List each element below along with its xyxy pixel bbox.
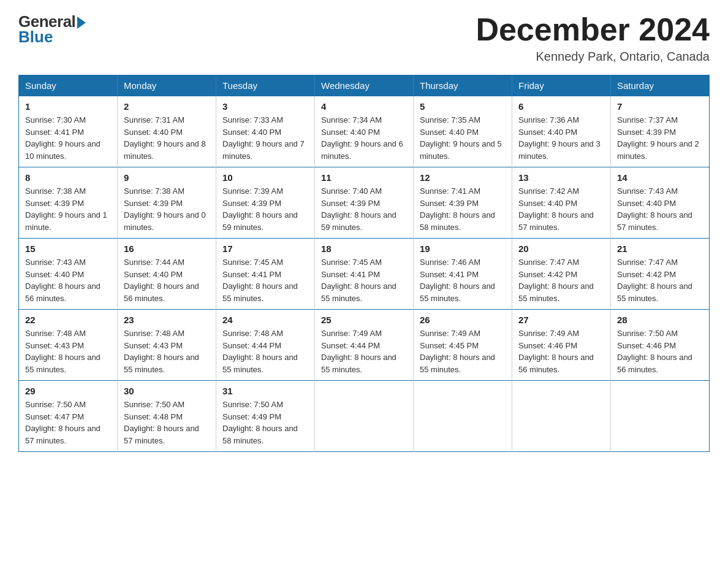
day-info: Sunrise: 7:34 AMSunset: 4:40 PMDaylight:… (321, 114, 407, 162)
calendar-cell: 29Sunrise: 7:50 AMSunset: 4:47 PMDayligh… (19, 381, 118, 452)
day-info: Sunrise: 7:50 AMSunset: 4:47 PMDaylight:… (25, 399, 111, 446)
calendar-cell: 21Sunrise: 7:47 AMSunset: 4:42 PMDayligh… (611, 239, 710, 310)
header-tuesday: Tuesday (216, 75, 315, 96)
calendar-cell: 23Sunrise: 7:48 AMSunset: 4:43 PMDayligh… (118, 310, 216, 381)
calendar-cell: 26Sunrise: 7:49 AMSunset: 4:45 PMDayligh… (414, 310, 512, 381)
calendar-header-row: SundayMondayTuesdayWednesdayThursdayFrid… (19, 75, 710, 96)
calendar-week-1: 1Sunrise: 7:30 AMSunset: 4:41 PMDaylight… (19, 96, 710, 167)
day-number: 7 (617, 101, 703, 112)
day-info: Sunrise: 7:33 AMSunset: 4:40 PMDaylight:… (222, 114, 308, 162)
day-info: Sunrise: 7:48 AMSunset: 4:43 PMDaylight:… (124, 327, 210, 375)
day-info: Sunrise: 7:45 AMSunset: 4:41 PMDaylight:… (222, 256, 308, 304)
day-number: 2 (124, 101, 210, 112)
calendar-cell: 22Sunrise: 7:48 AMSunset: 4:43 PMDayligh… (19, 310, 118, 381)
day-number: 28 (617, 315, 703, 325)
day-info: Sunrise: 7:37 AMSunset: 4:39 PMDaylight:… (617, 114, 703, 162)
day-info: Sunrise: 7:40 AMSunset: 4:39 PMDaylight:… (321, 185, 407, 233)
header-wednesday: Wednesday (315, 75, 414, 96)
day-number: 6 (518, 101, 604, 112)
calendar-cell: 25Sunrise: 7:49 AMSunset: 4:44 PMDayligh… (315, 310, 414, 381)
day-number: 8 (25, 172, 111, 183)
calendar-cell: 17Sunrise: 7:45 AMSunset: 4:41 PMDayligh… (216, 239, 315, 310)
location-text: Kennedy Park, Ontario, Canada (476, 50, 710, 64)
day-number: 27 (518, 315, 604, 325)
day-number: 10 (222, 172, 308, 183)
calendar-cell: 4Sunrise: 7:34 AMSunset: 4:40 PMDaylight… (315, 96, 414, 167)
day-info: Sunrise: 7:39 AMSunset: 4:39 PMDaylight:… (222, 185, 308, 233)
day-number: 30 (124, 386, 210, 396)
day-number: 14 (617, 172, 703, 183)
calendar-week-2: 8Sunrise: 7:38 AMSunset: 4:39 PMDaylight… (19, 167, 710, 239)
calendar-cell (611, 381, 710, 452)
calendar-cell: 30Sunrise: 7:50 AMSunset: 4:48 PMDayligh… (118, 381, 216, 452)
day-number: 12 (420, 172, 506, 183)
calendar-cell: 3Sunrise: 7:33 AMSunset: 4:40 PMDaylight… (216, 96, 315, 167)
day-info: Sunrise: 7:38 AMSunset: 4:39 PMDaylight:… (124, 185, 210, 233)
day-info: Sunrise: 7:36 AMSunset: 4:40 PMDaylight:… (518, 114, 604, 162)
logo: General Blue (18, 12, 86, 47)
day-number: 29 (25, 386, 111, 396)
day-info: Sunrise: 7:46 AMSunset: 4:41 PMDaylight:… (420, 256, 506, 304)
calendar-cell: 14Sunrise: 7:43 AMSunset: 4:40 PMDayligh… (611, 167, 710, 239)
calendar-cell: 20Sunrise: 7:47 AMSunset: 4:42 PMDayligh… (512, 239, 611, 310)
day-info: Sunrise: 7:43 AMSunset: 4:40 PMDaylight:… (617, 185, 703, 233)
day-number: 22 (25, 315, 111, 325)
calendar-table: SundayMondayTuesdayWednesdayThursdayFrid… (18, 75, 710, 452)
calendar-cell: 15Sunrise: 7:43 AMSunset: 4:40 PMDayligh… (19, 239, 118, 310)
logo-blue-text: Blue (18, 28, 53, 47)
calendar-cell: 9Sunrise: 7:38 AMSunset: 4:39 PMDaylight… (118, 167, 216, 239)
day-info: Sunrise: 7:43 AMSunset: 4:40 PMDaylight:… (25, 256, 111, 304)
calendar-cell: 5Sunrise: 7:35 AMSunset: 4:40 PMDaylight… (414, 96, 512, 167)
calendar-cell (315, 381, 414, 452)
logo-arrow-icon (77, 17, 86, 29)
day-number: 4 (321, 101, 407, 112)
day-info: Sunrise: 7:41 AMSunset: 4:39 PMDaylight:… (420, 185, 506, 233)
calendar-week-5: 29Sunrise: 7:50 AMSunset: 4:47 PMDayligh… (19, 381, 710, 452)
calendar-cell: 16Sunrise: 7:44 AMSunset: 4:40 PMDayligh… (118, 239, 216, 310)
day-info: Sunrise: 7:45 AMSunset: 4:41 PMDaylight:… (321, 256, 407, 304)
month-title: December 2024 (476, 12, 710, 47)
calendar-cell: 31Sunrise: 7:50 AMSunset: 4:49 PMDayligh… (216, 381, 315, 452)
calendar-cell: 1Sunrise: 7:30 AMSunset: 4:41 PMDaylight… (19, 96, 118, 167)
day-number: 1 (25, 101, 111, 112)
header-saturday: Saturday (611, 75, 710, 96)
calendar-cell: 28Sunrise: 7:50 AMSunset: 4:46 PMDayligh… (611, 310, 710, 381)
calendar-cell: 7Sunrise: 7:37 AMSunset: 4:39 PMDaylight… (611, 96, 710, 167)
day-info: Sunrise: 7:35 AMSunset: 4:40 PMDaylight:… (420, 114, 506, 162)
day-number: 20 (518, 243, 604, 254)
day-info: Sunrise: 7:50 AMSunset: 4:48 PMDaylight:… (124, 399, 210, 446)
calendar-week-3: 15Sunrise: 7:43 AMSunset: 4:40 PMDayligh… (19, 239, 710, 310)
calendar-cell: 24Sunrise: 7:48 AMSunset: 4:44 PMDayligh… (216, 310, 315, 381)
day-number: 26 (420, 315, 506, 325)
header-monday: Monday (118, 75, 216, 96)
calendar-cell (414, 381, 512, 452)
header-friday: Friday (512, 75, 611, 96)
day-number: 5 (420, 101, 506, 112)
calendar-cell: 11Sunrise: 7:40 AMSunset: 4:39 PMDayligh… (315, 167, 414, 239)
day-number: 24 (222, 315, 308, 325)
title-block: December 2024 Kennedy Park, Ontario, Can… (476, 12, 710, 64)
day-info: Sunrise: 7:50 AMSunset: 4:46 PMDaylight:… (617, 327, 703, 375)
calendar-cell: 13Sunrise: 7:42 AMSunset: 4:40 PMDayligh… (512, 167, 611, 239)
day-number: 11 (321, 172, 407, 183)
day-number: 19 (420, 243, 506, 254)
calendar-cell (512, 381, 611, 452)
day-number: 18 (321, 243, 407, 254)
calendar-cell: 8Sunrise: 7:38 AMSunset: 4:39 PMDaylight… (19, 167, 118, 239)
header-sunday: Sunday (19, 75, 118, 96)
day-number: 21 (617, 243, 703, 254)
calendar-cell: 12Sunrise: 7:41 AMSunset: 4:39 PMDayligh… (414, 167, 512, 239)
day-number: 31 (222, 386, 308, 396)
day-info: Sunrise: 7:44 AMSunset: 4:40 PMDaylight:… (124, 256, 210, 304)
page-header: General Blue December 2024 Kennedy Park,… (18, 12, 710, 64)
day-info: Sunrise: 7:48 AMSunset: 4:43 PMDaylight:… (25, 327, 111, 375)
day-info: Sunrise: 7:47 AMSunset: 4:42 PMDaylight:… (617, 256, 703, 304)
day-info: Sunrise: 7:47 AMSunset: 4:42 PMDaylight:… (518, 256, 604, 304)
calendar-cell: 2Sunrise: 7:31 AMSunset: 4:40 PMDaylight… (118, 96, 216, 167)
day-info: Sunrise: 7:38 AMSunset: 4:39 PMDaylight:… (25, 185, 111, 233)
calendar-cell: 19Sunrise: 7:46 AMSunset: 4:41 PMDayligh… (414, 239, 512, 310)
day-number: 25 (321, 315, 407, 325)
day-info: Sunrise: 7:49 AMSunset: 4:46 PMDaylight:… (518, 327, 604, 375)
calendar-week-4: 22Sunrise: 7:48 AMSunset: 4:43 PMDayligh… (19, 310, 710, 381)
day-info: Sunrise: 7:42 AMSunset: 4:40 PMDaylight:… (518, 185, 604, 233)
